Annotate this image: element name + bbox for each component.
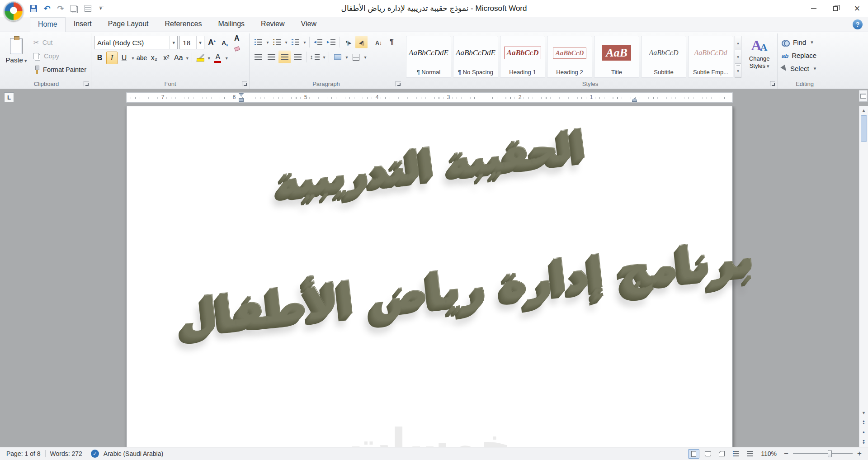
style-title[interactable]: AaB Title (594, 36, 639, 78)
full-screen-reading-view-button[interactable] (702, 449, 713, 459)
highlight-dropdown-icon[interactable] (207, 52, 211, 64)
right-to-left-button[interactable] (355, 36, 368, 48)
draw-table-button[interactable] (82, 3, 93, 14)
style-normal[interactable]: AaBbCcDdE ¶ Normal (406, 36, 451, 78)
scroll-down-button[interactable] (859, 408, 868, 417)
styles-dialog-launcher[interactable] (770, 81, 775, 86)
hanging-indent-marker[interactable] (239, 98, 244, 102)
numbering-dropdown-icon[interactable] (284, 36, 288, 48)
select-button[interactable]: Select (780, 62, 829, 75)
show-hide-paragraph-button[interactable] (386, 36, 398, 48)
select-browse-object-button[interactable] (859, 427, 868, 437)
scrollbar-thumb[interactable] (861, 115, 867, 142)
bold-button[interactable]: B (94, 52, 105, 64)
font-name-dropdown-icon[interactable] (170, 36, 177, 49)
web-layout-view-button[interactable] (716, 449, 727, 459)
tab-mailings[interactable]: Mailings (210, 17, 253, 32)
outline-view-button[interactable] (730, 449, 741, 459)
cut-button[interactable]: Cut (32, 37, 88, 48)
font-size-combo[interactable]: 18 (179, 36, 204, 49)
minimize-button[interactable] (803, 0, 825, 17)
tab-home[interactable]: Home (30, 17, 66, 32)
zoom-level[interactable]: 110% (758, 450, 779, 457)
restore-button[interactable] (825, 0, 846, 17)
bullets-button[interactable] (252, 36, 264, 48)
save-button[interactable] (28, 3, 39, 14)
undo-button[interactable] (42, 3, 52, 14)
right-indent-marker[interactable] (632, 98, 637, 102)
previous-page-button[interactable] (859, 417, 868, 427)
shading-dropdown-icon[interactable] (344, 51, 349, 63)
align-center-button[interactable] (265, 51, 278, 63)
sort-button[interactable] (373, 36, 385, 48)
style-subtle-emphasis[interactable]: AaBbCcDd Subtle Emp... (688, 36, 733, 78)
clear-formatting-button[interactable] (232, 36, 246, 49)
grow-font-button[interactable] (206, 36, 217, 49)
document-page[interactable]: الحقيبة التدريبية برنامج إدارة رياض الأط… (126, 106, 733, 447)
draft-view-button[interactable] (744, 449, 755, 459)
numbering-button[interactable] (271, 36, 283, 48)
vertical-scrollbar[interactable] (859, 106, 868, 447)
word-count[interactable]: Words: 272 (46, 450, 87, 457)
line-spacing-dropdown-icon[interactable] (322, 51, 326, 63)
bullets-dropdown-icon[interactable] (265, 36, 270, 48)
gallery-scroll-down-button[interactable] (735, 50, 741, 64)
language-indicator[interactable]: Arabic (Saudi Arabia) (99, 450, 168, 457)
copy-button[interactable]: Copy (32, 50, 88, 62)
subscript-button[interactable]: x₂ (148, 52, 160, 64)
scroll-up-button[interactable] (859, 106, 868, 114)
find-button[interactable]: Find (780, 36, 829, 49)
replace-button[interactable]: Replace (780, 49, 829, 62)
strikethrough-button[interactable]: abe (136, 52, 147, 64)
view-ruler-toggle-button[interactable] (859, 90, 868, 102)
italic-button[interactable]: I (106, 52, 118, 64)
style-heading-2[interactable]: AaBbCcD Heading 2 (547, 36, 592, 78)
close-button[interactable] (846, 0, 868, 17)
zoom-slider[interactable] (793, 453, 853, 454)
redo-button[interactable] (55, 3, 66, 14)
zoom-slider-thumb[interactable] (828, 450, 832, 457)
shading-button[interactable] (331, 51, 344, 63)
underline-dropdown-icon[interactable] (131, 52, 135, 64)
print-layout-view-button[interactable] (688, 449, 699, 459)
change-case-button[interactable]: Aa (173, 52, 184, 64)
font-color-dropdown-icon[interactable] (224, 52, 229, 64)
tab-insert[interactable]: Insert (66, 17, 100, 32)
left-to-right-button[interactable] (342, 36, 354, 48)
gallery-more-button[interactable] (735, 64, 741, 78)
multilevel-list-button[interactable] (289, 36, 302, 48)
style-no-spacing[interactable]: AaBbCcDdE ¶ No Spacing (453, 36, 498, 78)
superscript-button[interactable]: x² (160, 52, 172, 64)
multilevel-dropdown-icon[interactable] (302, 36, 307, 48)
change-case-dropdown-icon[interactable] (185, 52, 189, 64)
page-indicator[interactable]: Page: 1 of 8 (2, 450, 45, 457)
tab-stop-selector[interactable] (4, 92, 14, 102)
underline-button[interactable]: U (118, 52, 130, 64)
borders-dropdown-icon[interactable] (363, 51, 368, 63)
align-left-button[interactable] (252, 51, 264, 63)
style-subtitle[interactable]: AaBbCcD Subtitle (641, 36, 686, 78)
tab-references[interactable]: References (157, 17, 210, 32)
print-preview-button[interactable] (69, 3, 80, 14)
line-spacing-button[interactable] (309, 51, 321, 63)
help-button[interactable] (853, 19, 863, 29)
font-name-combo[interactable]: Arial (Body CS) (94, 36, 178, 49)
zoom-in-button[interactable]: + (855, 449, 863, 458)
gallery-scroll-up-button[interactable] (735, 36, 741, 50)
next-page-button[interactable] (859, 437, 868, 447)
customize-quick-access-button[interactable] (96, 3, 107, 14)
font-size-dropdown-icon[interactable] (196, 36, 204, 49)
paste-button[interactable]: Paste (5, 36, 28, 76)
wordart-subtitle[interactable]: برنامج إدارة رياض الأطفال (178, 230, 757, 341)
borders-button[interactable] (350, 51, 362, 63)
wordart-title[interactable]: الحقيبة التدريبية (274, 121, 589, 204)
proofing-status-icon[interactable] (91, 450, 99, 458)
font-dialog-launcher[interactable] (242, 81, 247, 86)
office-button[interactable] (4, 1, 24, 21)
horizontal-ruler[interactable]: 7 6 5 4 3 2 1 (126, 92, 733, 103)
format-painter-button[interactable]: Format Painter (32, 64, 88, 76)
clipboard-dialog-launcher[interactable] (84, 81, 89, 86)
paragraph-dialog-launcher[interactable] (396, 81, 401, 86)
tab-view[interactable]: View (293, 17, 325, 32)
font-color-button[interactable]: A (212, 52, 223, 64)
